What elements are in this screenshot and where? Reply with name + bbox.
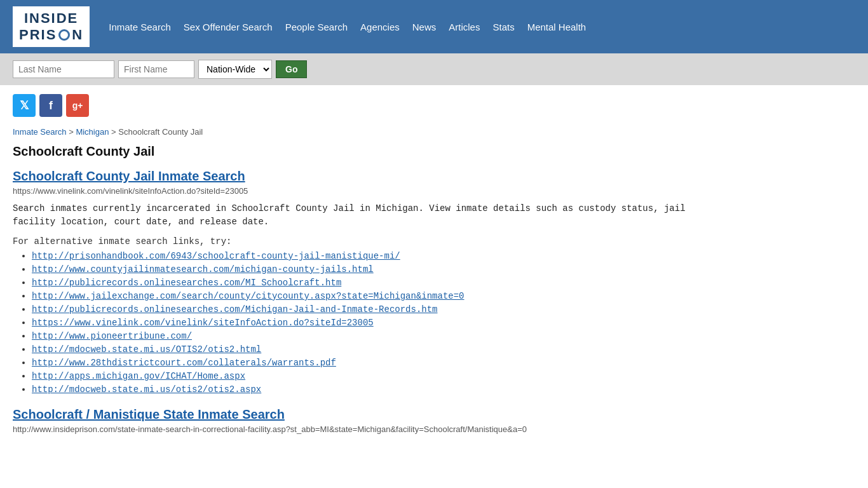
alt-links-label: For alternative inmate search links, try… <box>13 236 813 247</box>
alt-link-4[interactable]: http://www.jailexchange.com/search/count… <box>32 291 465 301</box>
alt-link-7[interactable]: http://www.pioneertribune.com/ <box>32 331 192 341</box>
section1-url: https://www.vinelink.com/vinelink/siteIn… <box>13 186 813 196</box>
nav-item-news[interactable]: News <box>412 22 437 32</box>
page-title: Schoolcraft County Jail <box>13 144 813 159</box>
breadcrumb-current: Schoolcraft County Jail <box>118 127 203 137</box>
list-item: http://mdocweb.state.mi.us/otis2/otis2.a… <box>32 384 813 395</box>
breadcrumb-michigan[interactable]: Michigan <box>76 127 109 137</box>
list-item: http://www.jailexchange.com/search/count… <box>32 290 813 301</box>
google-plus-icon[interactable]: g+ <box>66 94 89 117</box>
nav-item-sex-offender-search[interactable]: Sex Offender Search <box>184 22 273 32</box>
section2-title: Schoolcraft / Manistique State Inmate Se… <box>13 407 813 422</box>
list-item: http://mdocweb.state.mi.us/OTIS2/otis2.h… <box>32 344 813 355</box>
alt-link-2[interactable]: http://www.countyjailinmatesearch.com/mi… <box>32 264 374 274</box>
facebook-icon[interactable]: f <box>39 94 62 117</box>
nav-item-people-search[interactable]: People Search <box>285 22 348 32</box>
logo[interactable]: INSIDE PRISN <box>13 6 90 47</box>
nav-item-stats[interactable]: Stats <box>492 22 514 32</box>
go-button[interactable]: Go <box>276 60 307 78</box>
alt-link-11[interactable]: http://mdocweb.state.mi.us/otis2/otis2.a… <box>32 384 261 395</box>
section1-description: Search inmates currently incarcerated in… <box>13 202 813 229</box>
alt-link-3[interactable]: http://publicrecords.onlinesearches.com/… <box>32 278 341 288</box>
nav-item-mental-health[interactable]: Mental Health <box>527 22 587 32</box>
list-item: http://prisonhandbook.com/6943/schoolcra… <box>32 250 813 261</box>
section2-title-link[interactable]: Schoolcraft / Manistique State Inmate Se… <box>13 407 285 421</box>
section2-url: http://www.insideprison.com/state-inmate… <box>13 424 813 434</box>
list-item: http://publicrecords.onlinesearches.com/… <box>32 277 813 288</box>
breadcrumb-separator-1: > <box>69 127 76 137</box>
nav-item-articles[interactable]: Articles <box>449 22 480 32</box>
list-item: http://publicrecords.onlinesearches.com/… <box>32 304 813 315</box>
nav-item-inmate-search[interactable]: Inmate Search <box>109 22 171 32</box>
section1-title: Schoolcraft County Jail Inmate Search <box>13 169 813 184</box>
list-item: https://www.vinelink.com/vinelink/siteIn… <box>32 317 813 328</box>
header: INSIDE PRISN Inmate Search Sex Offender … <box>0 0 868 53</box>
alt-link-9[interactable]: http://www.28thdistrictcourt.com/collate… <box>32 358 336 368</box>
alt-link-8[interactable]: http://mdocweb.state.mi.us/OTIS2/otis2.h… <box>32 344 261 355</box>
alt-link-1[interactable]: http://prisonhandbook.com/6943/schoolcra… <box>32 251 400 261</box>
social-bar: 𝕏 f g+ <box>0 85 868 121</box>
breadcrumb-inmate-search[interactable]: Inmate Search <box>13 127 67 137</box>
alt-links-list: http://prisonhandbook.com/6943/schoolcra… <box>13 250 813 395</box>
list-item: http://www.countyjailinmatesearch.com/mi… <box>32 264 813 274</box>
section1-title-link[interactable]: Schoolcraft County Jail Inmate Search <box>13 169 245 183</box>
main-nav: Inmate Search Sex Offender Search People… <box>109 22 586 32</box>
alt-link-6[interactable]: https://www.vinelink.com/vinelink/siteIn… <box>32 318 374 328</box>
list-item: http://apps.michigan.gov/ICHAT/Home.aspx <box>32 370 813 381</box>
breadcrumb: Inmate Search > Michigan > Schoolcraft C… <box>13 127 813 137</box>
nav-item-agencies[interactable]: Agencies <box>360 22 400 32</box>
first-name-input[interactable] <box>118 60 194 78</box>
main-content: Inmate Search > Michigan > Schoolcraft C… <box>0 121 826 447</box>
search-bar: Nation-Wide Go <box>0 53 868 85</box>
logo-inside-text: INSIDE <box>24 10 78 27</box>
alt-link-10[interactable]: http://apps.michigan.gov/ICHAT/Home.aspx <box>32 371 245 381</box>
alt-link-5[interactable]: http://publicrecords.onlinesearches.com/… <box>32 304 438 315</box>
list-item: http://www.28thdistrictcourt.com/collate… <box>32 357 813 368</box>
location-select[interactable]: Nation-Wide <box>198 60 272 79</box>
logo-o-icon <box>58 29 70 41</box>
list-item: http://www.pioneertribune.com/ <box>32 330 813 341</box>
breadcrumb-separator-2: > <box>111 127 118 137</box>
logo-prison-text: PRISN <box>19 27 83 43</box>
last-name-input[interactable] <box>13 60 114 78</box>
twitter-icon[interactable]: 𝕏 <box>13 94 36 117</box>
